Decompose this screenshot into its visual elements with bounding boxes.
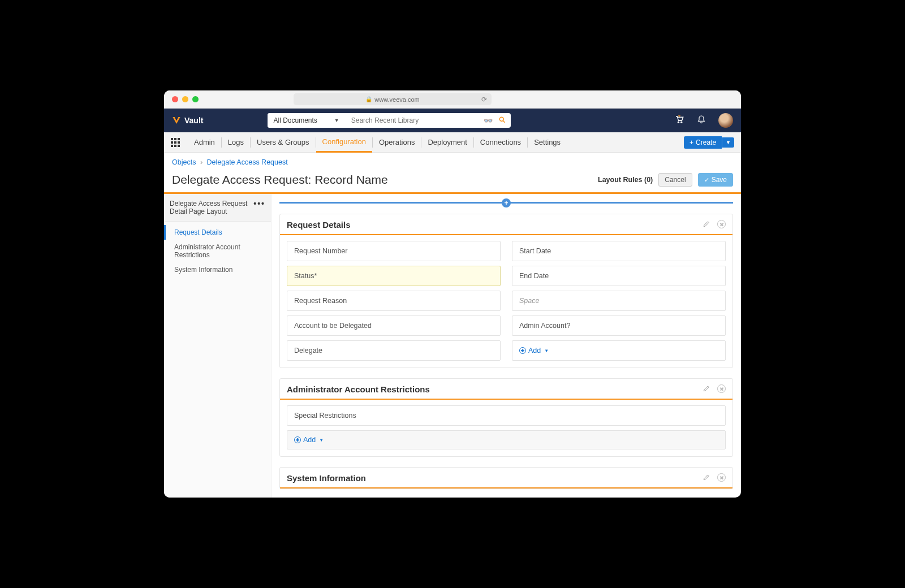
field-account-to-delegate[interactable]: Account to be Delegated: [287, 315, 501, 336]
browser-url-text: www.veeva.com: [374, 96, 419, 103]
app-window: 🔒 www.veeva.com ⟳ Vault All Documents ▼ …: [164, 90, 741, 498]
save-button[interactable]: Save: [698, 173, 733, 187]
bell-icon[interactable]: [697, 115, 706, 126]
title-actions: Layout Rules (0) Cancel Save: [598, 173, 733, 187]
section-body: Special Restrictions Add ▼: [280, 400, 732, 456]
insert-section-bar[interactable]: [279, 202, 733, 204]
field-space[interactable]: Space: [512, 291, 726, 311]
add-label: Add: [528, 347, 541, 354]
field-grid: Request Number Start Date Status* End Da…: [287, 241, 726, 361]
create-button[interactable]: + Create: [684, 136, 722, 149]
layout-rules-link[interactable]: Layout Rules (0): [598, 176, 653, 184]
search-scope-label: All Documents: [273, 116, 317, 124]
remove-icon[interactable]: [717, 473, 726, 482]
section-actions: [703, 384, 726, 394]
page-title: Delegate Access Request: Record Name: [172, 173, 388, 187]
create-dropdown-button[interactable]: ▼: [722, 137, 734, 148]
search-icon[interactable]: [498, 116, 506, 126]
caret-down-icon: ▼: [334, 118, 339, 123]
admin-tab-operations[interactable]: Operations: [373, 132, 421, 152]
caret-down-icon: ▼: [319, 438, 324, 443]
field-delegate[interactable]: Delegate: [287, 340, 501, 361]
traffic-max-icon[interactable]: [192, 96, 199, 102]
more-icon[interactable]: •••: [253, 200, 265, 207]
admin-nav: Admin Logs Users & Groups Configuration …: [164, 132, 741, 153]
sidebar-header-label: Delegate Access Request Detail Page Layo…: [170, 200, 253, 215]
page-title-bar: Delegate Access Request: Record Name Lay…: [164, 170, 741, 194]
admin-tab-connections[interactable]: Connections: [474, 132, 527, 152]
header-right: [674, 113, 733, 128]
plus-circle-icon: [294, 436, 301, 443]
sidebar-item-system-information[interactable]: System Information: [164, 262, 271, 277]
search-scope-dropdown[interactable]: All Documents ▼: [268, 113, 345, 128]
breadcrumb-objects[interactable]: Objects: [172, 158, 196, 166]
remove-icon[interactable]: [717, 220, 726, 228]
svg-line-1: [503, 120, 505, 122]
reload-icon[interactable]: ⟳: [481, 96, 487, 103]
vault-logo-icon: [172, 116, 181, 125]
admin-tab-logs[interactable]: Logs: [222, 132, 250, 152]
browser-url-bar[interactable]: 🔒 www.veeva.com ⟳: [294, 93, 492, 105]
add-field-button[interactable]: Add ▼: [512, 340, 726, 361]
admin-tab-users-groups[interactable]: Users & Groups: [251, 132, 315, 152]
brand-logo[interactable]: Vault: [172, 116, 203, 125]
admin-tab-settings[interactable]: Settings: [528, 132, 567, 152]
user-avatar[interactable]: [718, 113, 733, 128]
sidebar-header: Delegate Access Request Detail Page Layo…: [164, 194, 271, 222]
breadcrumb: Objects › Delegate Access Request: [164, 153, 741, 170]
edit-icon[interactable]: [703, 473, 710, 483]
lock-icon: 🔒: [365, 96, 372, 102]
field-admin-account[interactable]: Admin Account?: [512, 315, 726, 336]
page-body: Delegate Access Request Detail Page Layo…: [164, 194, 741, 498]
admin-tab-admin[interactable]: Admin: [188, 132, 221, 152]
search-action-icons: 👓: [479, 116, 511, 126]
cancel-button[interactable]: Cancel: [658, 173, 692, 187]
sidebar-item-admin-restrictions[interactable]: Administrator Account Restrictions: [164, 240, 271, 262]
breadcrumb-sep: ›: [200, 158, 202, 166]
sidebar-section-list: Request Details Administrator Account Re…: [164, 222, 271, 280]
sidebar-item-request-details[interactable]: Request Details: [164, 225, 271, 240]
field-request-reason[interactable]: Request Reason: [287, 291, 501, 311]
left-sidebar: Delegate Access Request Detail Page Layo…: [164, 194, 272, 498]
caret-down-icon: ▼: [544, 348, 549, 353]
breadcrumb-current[interactable]: Delegate Access Request: [207, 158, 288, 166]
field-special-restrictions[interactable]: Special Restrictions: [287, 405, 726, 426]
app-launcher-icon[interactable]: [171, 138, 180, 147]
section-title: Administrator Account Restrictions: [287, 384, 430, 394]
edit-icon[interactable]: [703, 384, 710, 394]
traffic-close-icon[interactable]: [172, 96, 178, 102]
main-content: Request Details Request Number Start Dat…: [272, 194, 741, 498]
section-request-details: Request Details Request Number Start Dat…: [279, 214, 733, 368]
svg-point-2: [678, 122, 679, 123]
section-header: Request Details: [280, 214, 732, 235]
plus-circle-icon: [519, 347, 526, 354]
field-end-date[interactable]: End Date: [512, 266, 726, 286]
create-label: Create: [696, 139, 716, 146]
field-start-date[interactable]: Start Date: [512, 241, 726, 261]
create-button-group: + Create ▼: [684, 136, 734, 149]
brand-name: Vault: [184, 116, 203, 125]
remove-icon[interactable]: [717, 384, 726, 393]
section-body: Request Number Start Date Status* End Da…: [280, 235, 732, 368]
section-system-information: System Information: [279, 467, 733, 489]
search-input[interactable]: [346, 113, 480, 128]
section-title: Request Details: [287, 220, 351, 230]
admin-tab-configuration[interactable]: Configuration: [316, 133, 372, 153]
plus-icon: +: [689, 139, 693, 146]
add-field-button[interactable]: Add ▼: [287, 430, 726, 449]
traffic-min-icon[interactable]: [182, 96, 188, 102]
section-admin-restrictions: Administrator Account Restrictions Speci…: [279, 378, 733, 457]
field-status[interactable]: Status*: [287, 266, 501, 286]
field-request-number[interactable]: Request Number: [287, 241, 501, 261]
binoculars-icon[interactable]: 👓: [484, 116, 493, 125]
section-actions: [703, 220, 726, 230]
edit-icon[interactable]: [703, 220, 710, 230]
traffic-lights: [172, 96, 199, 102]
cart-icon[interactable]: [674, 114, 684, 127]
global-search: All Documents ▼ 👓: [268, 113, 511, 128]
section-header: Administrator Account Restrictions: [280, 379, 732, 400]
browser-chrome: 🔒 www.veeva.com ⟳: [164, 90, 741, 109]
section-actions: [703, 473, 726, 483]
svg-point-3: [681, 122, 682, 123]
admin-tab-deployment[interactable]: Deployment: [421, 132, 473, 152]
